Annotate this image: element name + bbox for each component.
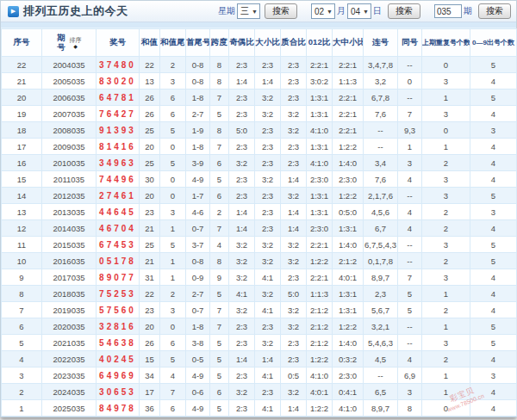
cell-big-mid-small: 1:1:3	[333, 73, 364, 90]
cell-same: 9,3	[398, 122, 422, 139]
cell-digit-count: 3	[470, 204, 517, 220]
cell-sum-tail: 7	[160, 384, 186, 400]
day-select[interactable]: 04 ▼	[347, 3, 371, 19]
cell-sum: 13	[140, 73, 160, 90]
cell-big-small: 4:1	[255, 400, 281, 417]
cell-odd-even: 3:2	[229, 269, 255, 286]
cell-period: 2009035	[42, 139, 97, 155]
cell-index: 9	[2, 269, 42, 286]
issue-input[interactable]	[434, 4, 462, 18]
cell-period: 2019035	[42, 302, 97, 318]
cell-big-mid-small: 2:3:0	[333, 171, 364, 188]
cell-repeat-count: 1	[422, 368, 470, 384]
table-row: 42022035402451550-551:41:42:31:2:20:3:24…	[2, 351, 517, 368]
cell-zero12: 1:3:1	[307, 90, 333, 106]
cell-same: 4	[398, 220, 422, 237]
cell-index: 20	[2, 90, 42, 106]
week-search-button[interactable]: 搜索	[265, 3, 297, 19]
cell-consecutive: 6,7,5,4,3	[364, 237, 398, 253]
cell-big-small: 3:2	[255, 106, 281, 122]
cell-number: 44645	[97, 204, 140, 220]
cell-digit-count: 4	[470, 73, 517, 90]
cell-same: --	[398, 188, 422, 204]
cell-prime-composite: 2:3	[281, 155, 307, 171]
cell-zero12: 1:3:1	[307, 188, 333, 204]
cell-odd-even: 3:2	[229, 302, 255, 318]
cell-number: 54638	[97, 335, 140, 351]
cell-sum-tail: 3	[160, 302, 186, 318]
cell-consecutive: 8,9,7	[364, 269, 398, 286]
diamond-sort-icon: ◆	[73, 44, 78, 49]
cell-index: 13	[2, 204, 42, 220]
month-select-value: 02	[315, 7, 324, 16]
cell-consecutive: 4,5,6	[364, 204, 398, 220]
cell-zero12: 3:0:2	[307, 73, 333, 90]
cell-span: 7	[210, 139, 229, 155]
cell-big-mid-small: 2:2:1	[333, 57, 364, 73]
cell-big-mid-small: 1:3:1	[333, 286, 364, 302]
cell-zero12: 2:2:1	[307, 269, 333, 286]
cell-repeat-count: 0	[422, 57, 470, 73]
cell-sum: 25	[140, 155, 160, 171]
cell-repeat-count: 3	[422, 269, 470, 286]
cell-big-small: 2:3	[255, 139, 281, 155]
cell-number: 40245	[97, 351, 140, 368]
column-header-span: 跨度	[210, 29, 229, 57]
issue-label: 期	[464, 5, 472, 17]
cell-odd-even: 2:3	[229, 368, 255, 384]
cell-big-mid-small: 1:4:0	[333, 237, 364, 253]
cell-big-mid-small: 1:3:1	[333, 302, 364, 318]
cell-zero12: 4:1:0	[307, 155, 333, 171]
cell-sum: 22	[140, 286, 160, 302]
cell-index: 6	[2, 318, 42, 335]
date-search-button[interactable]: 搜索	[388, 3, 420, 19]
cell-index: 4	[2, 351, 42, 368]
cell-digit-count: 5	[470, 335, 517, 351]
issue-search-button[interactable]: 搜索	[478, 3, 511, 19]
table-row: 222004035374802220-882:32:32:32:2:12:2:1…	[2, 57, 517, 73]
cell-head-tail: 1-9	[186, 122, 210, 139]
cell-head-tail: 1-7	[186, 188, 210, 204]
cell-head-tail: 0-8	[186, 57, 210, 73]
cell-span: 5	[210, 368, 229, 384]
cell-zero12: 4:1:0	[307, 368, 333, 384]
cell-prime-composite: 3:2	[281, 188, 307, 204]
cell-span: 8	[210, 57, 229, 73]
cell-digit-count: 3	[470, 368, 517, 384]
cell-repeat-count: 1	[422, 286, 470, 302]
cell-consecutive: 3,2,1	[364, 318, 398, 335]
cell-head-tail: 4-6	[186, 204, 210, 220]
month-select[interactable]: 02 ▼	[311, 3, 335, 19]
cell-odd-even: 3:2	[229, 237, 255, 253]
cell-sum: 25	[140, 122, 160, 139]
cell-number: 37480	[97, 57, 140, 73]
cell-sum-tail: 5	[160, 351, 186, 368]
cell-odd-even: 2:3	[229, 188, 255, 204]
cell-span: 8	[210, 253, 229, 269]
cell-span: 6	[210, 188, 229, 204]
cell-span: 4	[210, 237, 229, 253]
cell-sum: 25	[140, 237, 160, 253]
period-sort-button[interactable]: 排序◆	[70, 37, 82, 49]
cell-sum: 17	[140, 384, 160, 400]
cell-head-tail: 0-5	[186, 351, 210, 368]
cell-head-tail: 2-7	[186, 286, 210, 302]
cell-sum: 23	[140, 204, 160, 220]
cell-consecutive: 3,4	[364, 155, 398, 171]
cell-digit-count: 4	[470, 139, 517, 155]
cell-same: --	[398, 253, 422, 269]
cell-index: 22	[2, 57, 42, 73]
cell-index: 15	[2, 171, 42, 188]
cell-sum: 20	[140, 318, 160, 335]
table-row: 62020035328162001-872:32:33:22:1:21:2:23…	[2, 318, 517, 335]
cell-consecutive: 6,7,8	[364, 90, 398, 106]
week-select[interactable]: 三 ▼	[237, 3, 260, 19]
column-header-zero12: 012比	[307, 29, 333, 57]
cell-digit-count: 4	[470, 106, 517, 122]
table-head: 序号期号排序◆奖号和值和值尾首尾号跨度奇偶比大小比质合比012比大中小比连号同号…	[2, 29, 517, 57]
cell-digit-count: 5	[470, 237, 517, 253]
cell-index: 11	[2, 237, 42, 253]
title-group: ▶ 排列五历史上的今天	[8, 3, 128, 19]
cell-big-small: 3:2	[255, 237, 281, 253]
cell-head-tail: 0-7	[186, 220, 210, 237]
